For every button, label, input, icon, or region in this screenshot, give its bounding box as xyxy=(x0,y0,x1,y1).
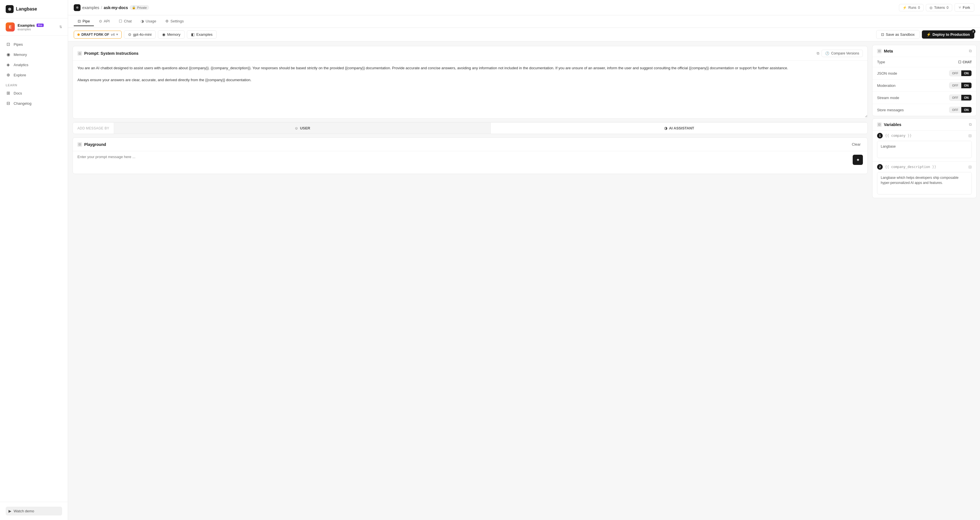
add-message-bar: ADD MESSAGE BY ☺ USER ◑ AI ASSISTANT xyxy=(73,122,867,134)
center-panel: ⊡ Prompt: System Instructions ⧉ 🕐 Compar… xyxy=(68,41,872,520)
api-tab-icon: ⊙ xyxy=(99,19,102,23)
sidebar-item-explore[interactable]: ⊕ Explore xyxy=(0,70,68,80)
sidebar-item-pipes[interactable]: ⊡ Pipes xyxy=(0,39,68,49)
variables-card: ⊡ Variables ⧉ 1 {{ company }} ⊟ Langbase xyxy=(872,118,977,198)
plus-icon: ✦ xyxy=(856,157,860,163)
deploy-label: Deploy to Production xyxy=(933,32,970,37)
deploy-button[interactable]: ⚡ Deploy to Production xyxy=(922,30,974,38)
clear-button[interactable]: Clear xyxy=(850,141,863,148)
var-1-input-container: Langbase xyxy=(877,141,972,158)
meta-type-label: Type xyxy=(877,60,958,64)
var-2-textarea[interactable]: Langbase which helps developers ship com… xyxy=(877,172,972,193)
prompt-textarea[interactable]: You are an AI chatbot designed to assist… xyxy=(73,61,867,118)
meta-moderation-row: Moderation OFF ON xyxy=(873,79,976,91)
tab-api[interactable]: ⊙ API xyxy=(95,17,114,26)
avatar: E xyxy=(6,22,15,32)
lock-icon: 🔒 xyxy=(132,6,136,10)
playground-icon: ⊡ xyxy=(77,142,82,147)
var-2-name: {{ company_description }} xyxy=(885,165,936,169)
variable-item-2: 2 {{ company_description }} ⊟ Langbase w… xyxy=(873,161,976,195)
breadcrumb: ⊗ examples / ask-my-docs 🔒 Private xyxy=(74,4,149,11)
fork-button[interactable]: ⑂ Fork xyxy=(955,3,974,12)
prompt-card-title: Prompt: System Instructions xyxy=(84,51,815,56)
tabbar: ⊡ Pipe ⊙ API ☐ Chat ◑ Usage ⚙ Settings xyxy=(68,15,980,28)
json-mode-toggle[interactable]: OFF ON xyxy=(949,70,972,77)
logo-text: Langbase xyxy=(16,6,37,12)
tab-settings-label: Settings xyxy=(170,19,184,23)
stream-off[interactable]: OFF xyxy=(950,95,961,100)
add-message-label: ADD MESSAGE BY xyxy=(73,123,114,134)
variables-trash-icon[interactable]: ⧉ xyxy=(969,122,972,127)
user-message-button[interactable]: ☺ USER xyxy=(114,123,490,134)
chevron-icon: ⇅ xyxy=(59,25,62,29)
private-label: Private xyxy=(137,6,146,10)
breadcrumb-base[interactable]: examples xyxy=(82,5,99,10)
model-button[interactable]: ⊙ gpt-4o-mini xyxy=(124,30,156,38)
right-panel: ⊡ Meta ⧉ Type ☐ CHAT JSON mode OFF ON xyxy=(872,41,980,520)
tab-api-label: API xyxy=(104,19,110,23)
tab-pipe[interactable]: ⊡ Pipe xyxy=(74,17,94,26)
var-2-delete-icon[interactable]: ⊟ xyxy=(968,164,972,169)
moderation-toggle[interactable]: OFF ON xyxy=(949,82,972,89)
stream-toggle[interactable]: OFF ON xyxy=(949,94,972,101)
store-toggle[interactable]: OFF ON xyxy=(949,107,972,113)
prompt-card: ⊡ Prompt: System Instructions ⧉ 🕐 Compar… xyxy=(73,46,868,119)
send-button[interactable]: ✦ xyxy=(853,155,863,165)
sidebar-item-changelog[interactable]: ⊟ Changelog xyxy=(0,98,68,108)
variables-header: ⊡ Variables ⧉ xyxy=(873,119,976,130)
runs-label: Runs xyxy=(908,6,916,10)
watch-demo-button[interactable]: ▶ Watch demo xyxy=(6,507,62,515)
moderation-label: Moderation xyxy=(877,83,949,88)
compare-versions-button[interactable]: 🕐 Compare Versions xyxy=(821,49,863,57)
runs-icon: ⚡ xyxy=(903,6,907,10)
explore-icon: ⊕ xyxy=(6,72,11,78)
var-2-input-container: Langbase which helps developers ship com… xyxy=(877,172,972,195)
mod-off[interactable]: OFF xyxy=(950,83,961,88)
user-info: Examples Pro examples xyxy=(18,23,56,31)
sidebar-bottom: ▶ Watch demo xyxy=(0,502,68,520)
playground-input[interactable] xyxy=(77,155,850,163)
save-sandbox-button[interactable]: ⊡ Save as Sandbox xyxy=(876,30,920,39)
video-icon: ▶ xyxy=(8,509,11,513)
examples-button[interactable]: ◧ Examples xyxy=(187,30,216,38)
sidebar-item-label: Analytics xyxy=(14,63,29,67)
sidebar-item-memory[interactable]: ◉ Memory xyxy=(0,49,68,60)
fork-label: Fork xyxy=(963,5,970,10)
tab-chat[interactable]: ☐ Chat xyxy=(115,17,135,26)
tab-usage[interactable]: ◑ Usage xyxy=(137,17,160,26)
json-off[interactable]: OFF xyxy=(950,70,961,76)
draft-badge[interactable]: DRAFT FORK OF v4 ▾ xyxy=(74,31,122,38)
sidebar-item-analytics[interactable]: ◈ Analytics xyxy=(0,60,68,70)
ai-message-button[interactable]: ◑ AI ASSISTANT xyxy=(490,123,867,134)
fork-icon: ⑂ xyxy=(959,5,961,10)
usage-tab-icon: ◑ xyxy=(141,19,144,23)
sidebar-item-docs[interactable]: ⊞ Docs xyxy=(0,88,68,98)
json-on[interactable]: ON xyxy=(961,70,972,76)
clock-icon: 🕐 xyxy=(825,51,829,55)
store-off[interactable]: OFF xyxy=(950,107,961,113)
user-menu[interactable]: E Examples Pro examples ⇅ xyxy=(0,18,68,36)
var-1-textarea[interactable]: Langbase xyxy=(877,141,972,157)
var-1-label-row: 1 {{ company }} ⊟ xyxy=(873,131,976,141)
tab-settings[interactable]: ⚙ Settings xyxy=(161,17,188,26)
memory-button[interactable]: ◉ Memory xyxy=(158,30,185,38)
var-1-num: 1 xyxy=(877,133,883,139)
store-on[interactable]: ON xyxy=(961,107,972,113)
sidebar-item-label: Memory xyxy=(14,53,27,57)
variable-item-1: 1 {{ company }} ⊟ Langbase xyxy=(873,130,976,158)
var-1-delete-icon[interactable]: ⊟ xyxy=(968,133,972,138)
sidebar-item-label: Changelog xyxy=(14,101,32,105)
meta-trash-icon[interactable]: ⧉ xyxy=(969,49,972,53)
watch-demo-label: Watch demo xyxy=(14,509,34,513)
sidebar-item-label: Pipes xyxy=(14,42,23,46)
prompt-copy-icon[interactable]: ⧉ xyxy=(817,51,819,56)
stream-on[interactable]: ON xyxy=(961,95,972,100)
pipes-icon: ⊡ xyxy=(6,42,11,47)
runs-value: 0 xyxy=(918,6,920,10)
learn-section-label: Learn xyxy=(0,80,68,88)
mod-on[interactable]: ON xyxy=(961,83,972,88)
chat-tab-icon: ☐ xyxy=(119,19,122,23)
version-tag: v4 xyxy=(111,33,115,37)
breadcrumb-separator: / xyxy=(101,5,102,10)
examples-label: Examples xyxy=(196,32,212,37)
